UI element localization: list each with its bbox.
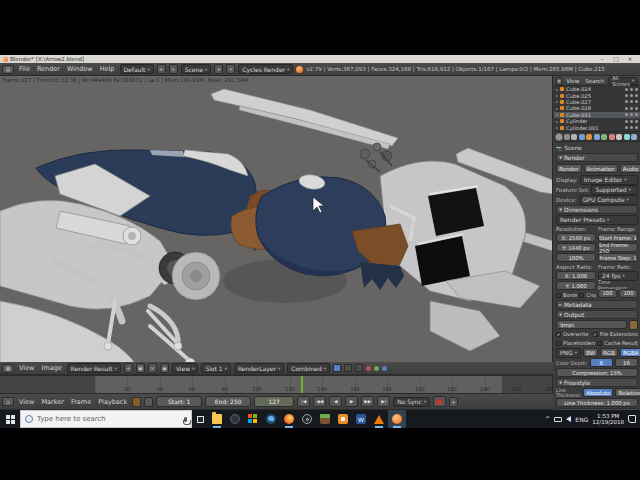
timeline-ruler[interactable]: 20 40 60 80 100 120 140 160 180 200 220 … [0, 375, 553, 393]
channel-rgb-icon[interactable] [344, 364, 352, 372]
rgba-button[interactable]: RGBA [620, 348, 640, 357]
render-engine-selector[interactable]: Cycles Render [238, 64, 293, 74]
taskbar-blender[interactable] [388, 410, 406, 428]
tray-expand-chevron[interactable]: ^ [545, 415, 550, 423]
section-freestyle[interactable]: ▼Freestyle [556, 378, 638, 387]
file-format-selector[interactable]: PNG [556, 348, 581, 358]
tab-object-icon[interactable] [586, 134, 592, 140]
timeline-menu-frame[interactable]: Frame [69, 398, 93, 406]
pin-icon[interactable]: ◉ [160, 363, 169, 373]
taskbar-edge[interactable] [262, 410, 280, 428]
tab-texture-icon[interactable] [616, 134, 622, 140]
screen-layout-selector[interactable]: Default [120, 64, 154, 74]
add-scene-button[interactable]: + [214, 64, 223, 74]
delete-scene-button[interactable]: × [226, 64, 235, 74]
section-dimensions[interactable]: ▼Dimensions [556, 205, 638, 214]
section-output[interactable]: ▼Output [556, 310, 638, 319]
menu-help[interactable]: Help [98, 65, 117, 73]
audio-button[interactable]: Audio [620, 164, 640, 173]
cache-result-checkbox[interactable] [597, 341, 602, 346]
start-button[interactable] [0, 410, 20, 428]
jump-to-start-button[interactable]: |◀ [297, 396, 310, 407]
image-menu-image[interactable]: Image [39, 364, 63, 372]
slot-color-red-icon[interactable] [366, 366, 371, 371]
task-view-button[interactable] [192, 410, 208, 428]
image-datablock-selector[interactable]: Render Result [67, 363, 121, 373]
lock-icon[interactable] [144, 397, 153, 407]
delete-layout-button[interactable]: × [169, 64, 178, 74]
render-presets-selector[interactable]: Render Presets [556, 215, 638, 225]
taskbar-vlc[interactable] [370, 410, 388, 428]
display-selector[interactable]: Image Editor [580, 175, 638, 185]
outliner-row[interactable]: ▸Cylinder.001 [554, 124, 640, 130]
tab-data-icon[interactable] [601, 134, 607, 140]
taskbar-microsoft-store[interactable] [244, 410, 262, 428]
channel-rgba-icon[interactable] [333, 364, 341, 372]
timeline-menu-view[interactable]: View [17, 398, 36, 406]
bw-button[interactable]: BW [583, 348, 598, 357]
minimize-button[interactable]: – [595, 55, 609, 63]
compression-slider[interactable]: Compression: 15% [556, 368, 638, 377]
restrict-icons[interactable] [625, 94, 638, 97]
output-path-field[interactable]: \tmp\ [556, 320, 627, 329]
taskbar-file-explorer[interactable] [208, 410, 226, 428]
image-editor-type-icon[interactable]: ▦ [2, 364, 14, 373]
play-button[interactable]: ▶ [345, 396, 358, 407]
section-metadata[interactable]: ►Metadata [556, 300, 638, 309]
outliner-menu-view[interactable]: View [564, 78, 581, 84]
restrict-icons[interactable] [625, 88, 638, 91]
device-selector[interactable]: GPU Compute [579, 195, 638, 205]
depth-8-button[interactable]: 8 [590, 358, 613, 367]
end-frame-prop-field[interactable]: End Frame: 250 [598, 243, 638, 252]
language-indicator[interactable]: ENG [575, 416, 588, 423]
image-menu-view[interactable]: View [17, 364, 36, 372]
taskbar-search-box[interactable]: Type here to search [20, 410, 192, 428]
image-editor-viewport[interactable]: Frame:127 | Time:01:32.38 | Ve:449489 Fa… [0, 76, 553, 362]
tab-world-icon[interactable] [579, 134, 585, 140]
tab-scene-icon[interactable] [571, 134, 577, 140]
start-frame-field[interactable]: Start: 1 [156, 396, 202, 407]
taskbar-firefox[interactable] [280, 410, 298, 428]
aspect-y-field[interactable]: Y: 1.000 [556, 281, 596, 290]
resolution-x-field[interactable]: X: 2560 px [556, 233, 596, 242]
render-slot-selector[interactable]: Slot 1 [201, 363, 231, 373]
frame-step-field[interactable]: Frame Step: 1 [598, 253, 638, 262]
restrict-icons[interactable] [625, 113, 638, 116]
slot-color-blue-icon[interactable] [382, 366, 387, 371]
crop-checkbox[interactable] [579, 293, 584, 298]
outliner-type-icon[interactable]: ≡ [556, 77, 562, 85]
placeholders-checkbox[interactable] [556, 341, 561, 346]
taskbar-obs[interactable] [298, 410, 316, 428]
taskbar-app-orange[interactable] [334, 410, 352, 428]
restrict-icons[interactable] [625, 107, 638, 110]
restrict-icons[interactable] [625, 120, 638, 123]
close-button[interactable]: × [623, 55, 637, 63]
tab-material-icon[interactable] [609, 134, 615, 140]
end-frame-field[interactable]: End: 250 [205, 396, 251, 407]
maximize-button[interactable]: □ [609, 55, 623, 63]
image-unlink-button[interactable]: × [148, 363, 157, 373]
play-reverse-button[interactable]: ◀ [329, 396, 342, 407]
add-layout-button[interactable]: + [157, 64, 166, 74]
outliner-menu-search[interactable]: Search [583, 78, 606, 84]
speaker-icon[interactable] [566, 416, 571, 422]
next-keyframe-button[interactable]: ▶▶ [361, 396, 374, 407]
line-thickness-slider[interactable]: Line Thickness: 1.000 px [556, 398, 638, 407]
section-render[interactable]: ▼Render [556, 153, 638, 162]
remap-old-field[interactable]: 100 [598, 289, 617, 298]
taskbar-word[interactable]: W [352, 410, 370, 428]
tab-particles-icon[interactable] [624, 134, 630, 140]
taskbar-clock[interactable]: 1:53 PM 12/19/2018 [592, 413, 624, 426]
feature-set-selector[interactable]: Supported [591, 185, 638, 195]
resolution-percent-field[interactable]: 100% [556, 253, 596, 262]
restrict-icons[interactable] [625, 126, 638, 129]
timeline-editor-type-icon[interactable]: ◷ [2, 397, 14, 406]
border-checkbox[interactable] [556, 293, 561, 298]
rgb-button[interactable]: RGB [600, 348, 618, 357]
microphone-icon[interactable] [184, 417, 187, 422]
image-view-dropdown[interactable]: View [172, 363, 199, 373]
render-button[interactable]: Render [556, 164, 582, 173]
tab-render-icon[interactable] [556, 134, 562, 140]
image-new-button[interactable]: + [124, 363, 133, 373]
scene-selector[interactable]: Scene [181, 64, 212, 74]
